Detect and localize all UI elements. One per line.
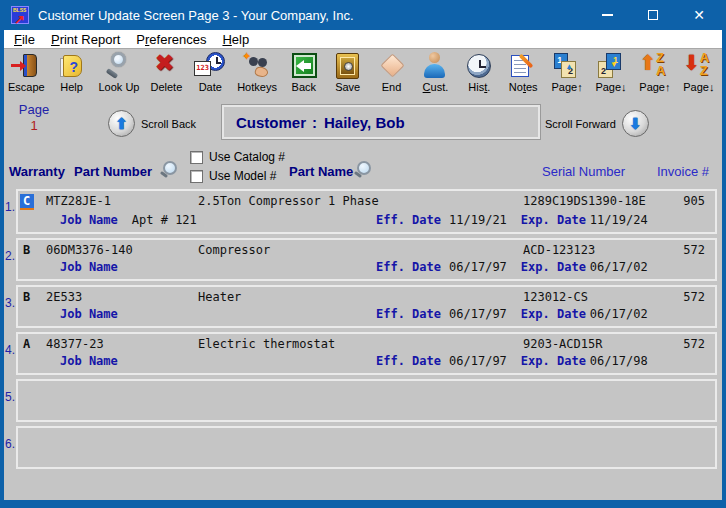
exp-date-value[interactable]: 06/17/02: [590, 307, 648, 321]
delete-x-icon: [149, 52, 183, 81]
use-model-checkbox[interactable]: [190, 170, 203, 183]
table-row: 6.: [16, 426, 717, 469]
part-number-cell[interactable]: 06DM3376-140: [46, 243, 198, 257]
history-button[interactable]: Hist.: [462, 52, 496, 101]
exp-date-label: Exp. Date: [521, 260, 586, 274]
invoice-cell: 905: [675, 194, 711, 208]
maximize-button[interactable]: [630, 0, 676, 30]
menu-bar: File Print Report Preferences Help: [4, 30, 722, 49]
row-number: 6.: [5, 437, 15, 451]
end-button[interactable]: End: [375, 52, 409, 101]
eff-date-value[interactable]: 06/17/97: [449, 307, 507, 321]
customer-button[interactable]: Cust.: [418, 52, 452, 101]
row-box[interactable]: B 06DM3376-140 Compressor ACD-123123 572…: [16, 238, 717, 281]
row-box[interactable]: B 2E533 Heater 123012-CS 572 Job Name Ef…: [16, 285, 717, 328]
escape-button[interactable]: Escape: [8, 52, 45, 101]
exp-date-value[interactable]: 11/19/24: [590, 213, 648, 227]
use-catalog-label: Use Catalog #: [209, 150, 285, 164]
date-button[interactable]: Date: [193, 52, 227, 101]
row-box[interactable]: A 48377-23 Electric thermostat 9203-ACD1…: [16, 332, 717, 375]
invoice-column-header: Invoice #: [657, 164, 709, 179]
row-box[interactable]: [16, 426, 717, 469]
menu-help[interactable]: Help: [214, 30, 257, 48]
job-name-value[interactable]: Apt # 121: [132, 213, 197, 227]
look-up-button[interactable]: Look Up: [98, 52, 139, 101]
part-name-cell[interactable]: Heater: [198, 290, 523, 304]
part-number-cell[interactable]: 2E533: [46, 290, 198, 304]
eff-date-value[interactable]: 06/17/97: [449, 354, 507, 368]
page-down-button[interactable]: Page↓: [594, 52, 628, 101]
maximize-icon: [648, 10, 658, 20]
menu-print-report[interactable]: Print Report: [43, 30, 128, 48]
part-number-search-icon[interactable]: [159, 161, 177, 179]
part-number-cell[interactable]: 48377-23: [46, 337, 198, 351]
table-row: 1. C MTZ28JE-1 2.5Ton Compressor 1 Phase…: [16, 189, 717, 234]
exp-date-value[interactable]: 06/17/98: [590, 354, 648, 368]
eff-date-value[interactable]: 11/19/21: [449, 213, 507, 227]
menu-preferences[interactable]: Preferences: [128, 30, 214, 48]
customer-name: Hailey, Bob: [324, 114, 405, 131]
customer-label: Customer: [236, 114, 306, 131]
page-down-sort-button[interactable]: Page↓: [682, 52, 716, 101]
clock-icon: [462, 52, 496, 81]
hotkeys-button[interactable]: Hotkeys: [237, 52, 277, 101]
bottom-spacer: [4, 478, 722, 500]
part-name-cell[interactable]: Electric thermostat: [198, 337, 523, 351]
exp-date-label: Exp. Date: [521, 307, 586, 321]
invoice-cell: 572: [675, 290, 711, 304]
exp-date-label: Exp. Date: [521, 354, 586, 368]
page-up-sort-button[interactable]: Page↑: [638, 52, 672, 101]
part-name-search-icon[interactable]: [353, 161, 371, 179]
down-arrow-icon: ⬇: [629, 116, 642, 131]
magnifier-icon: [102, 52, 136, 81]
page-up-button[interactable]: Page↑: [550, 52, 584, 101]
app-window: Customer Update Screen Page 3 - Your Com…: [0, 0, 726, 508]
save-button[interactable]: Save: [331, 52, 365, 101]
scroll-forward-button[interactable]: ⬇: [622, 110, 649, 137]
person-icon: [418, 52, 452, 81]
row-box[interactable]: [16, 379, 717, 422]
warranty-cell[interactable]: C: [20, 194, 34, 210]
minimize-button[interactable]: [584, 0, 630, 30]
menu-file[interactable]: File: [6, 30, 43, 48]
job-name-label: Job Name: [60, 260, 118, 274]
eff-date-label: Eff. Date: [376, 307, 441, 321]
job-name-label: Job Name: [60, 354, 118, 368]
warranty-cell[interactable]: B: [20, 290, 46, 304]
notepad-pencil-icon: [506, 52, 540, 81]
help-icon: [55, 52, 89, 81]
minimize-icon: [602, 14, 613, 16]
scroll-back-button[interactable]: ⬆: [108, 110, 135, 137]
warranty-cell[interactable]: A: [20, 337, 46, 351]
part-number-cell[interactable]: MTZ28JE-1: [46, 194, 198, 208]
serial-cell[interactable]: ACD-123123: [523, 243, 675, 257]
serial-cell[interactable]: 123012-CS: [523, 290, 675, 304]
warranty-rows: 1. C MTZ28JE-1 2.5Ton Compressor 1 Phase…: [4, 189, 722, 478]
sort-az-down-icon: [682, 52, 716, 81]
serial-cell[interactable]: 1289C19DS1390-18E: [523, 194, 675, 208]
eff-date-value[interactable]: 06/17/97: [449, 260, 507, 274]
close-icon: ✕: [693, 8, 705, 22]
back-button[interactable]: Back: [287, 52, 321, 101]
exp-date-label: Exp. Date: [521, 213, 586, 227]
customer-field[interactable]: Customer : Hailey, Bob: [222, 105, 540, 139]
close-button[interactable]: ✕: [676, 0, 722, 30]
part-name-cell[interactable]: Compressor: [198, 243, 523, 257]
job-name-label: Job Name: [60, 213, 118, 227]
row-number: 3.: [5, 296, 15, 310]
use-catalog-checkbox[interactable]: [190, 151, 203, 164]
exp-date-value[interactable]: 06/17/02: [590, 260, 648, 274]
part-name-cell[interactable]: 2.5Ton Compressor 1 Phase: [198, 194, 523, 208]
notes-button[interactable]: Notes: [506, 52, 540, 101]
help-button[interactable]: Help: [55, 52, 89, 101]
row-number: 2.: [5, 249, 15, 263]
serial-cell[interactable]: 9203-ACD15R: [523, 337, 675, 351]
title-bar: Customer Update Screen Page 3 - Your Com…: [4, 0, 722, 30]
escape-icon: [9, 52, 43, 81]
warranty-cell[interactable]: B: [20, 243, 46, 257]
eff-date-label: Eff. Date: [376, 213, 441, 227]
binoculars-hand-icon: [240, 52, 274, 81]
page-indicator: Page 1: [17, 102, 51, 133]
delete-button[interactable]: Delete: [149, 52, 183, 101]
row-box[interactable]: C MTZ28JE-1 2.5Ton Compressor 1 Phase 12…: [16, 189, 717, 234]
